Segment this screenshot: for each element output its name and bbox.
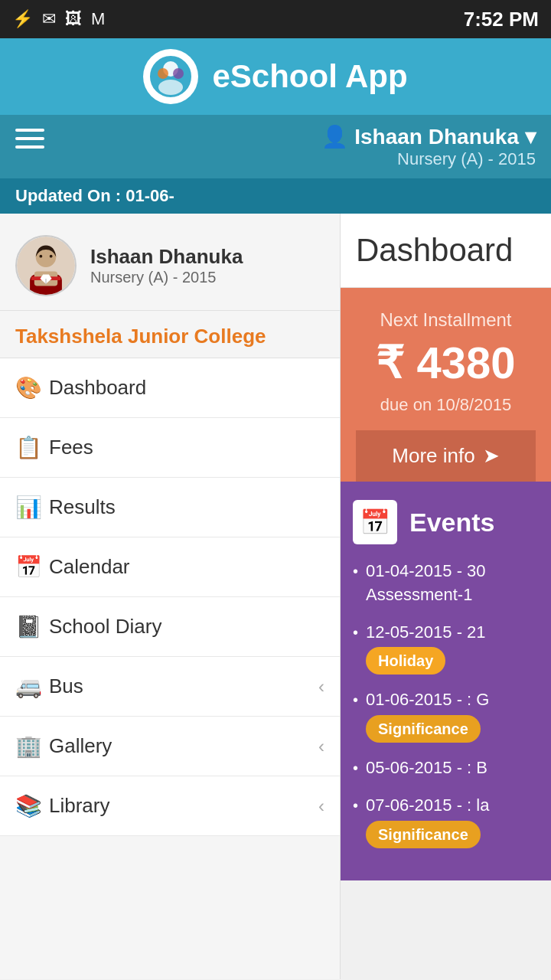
app-title: eSchool App <box>212 58 407 95</box>
fee-label: Next Installment <box>356 309 536 331</box>
usb-icon: ⚡ <box>12 9 33 29</box>
school-name: Takshshela Junior College <box>0 311 340 358</box>
dashboard-title: Dashboard <box>341 214 551 288</box>
updated-bar: Updated On : 01-06- <box>0 178 551 214</box>
results-icon: 📊 <box>15 495 49 520</box>
profile-section: Ishaan Dhanuka Nursery (A) - 2015 <box>0 214 340 311</box>
event-text: 07-06-2015 - : laSignificance <box>366 794 489 848</box>
chevron-icon: ‹ <box>318 736 324 757</box>
calendar-icon: 📅 <box>353 500 397 544</box>
dashboard-label: Dashboard <box>49 376 324 400</box>
app-header: eSchool App <box>0 38 551 115</box>
library-label: Library <box>49 794 318 818</box>
event-item: • 05-06-2015 - : B <box>353 756 539 780</box>
fee-due: due on 10/8/2015 <box>356 395 536 415</box>
status-bar: ⚡ ✉ 🖼 M 7:52 PM <box>0 0 551 38</box>
holiday-badge: Holiday <box>366 647 445 675</box>
event-item: • 01-06-2015 - : GSignificance <box>353 688 539 743</box>
significance-badge: Significance <box>366 715 481 743</box>
user-class-display: Nursery (A) - 2015 <box>321 149 536 169</box>
sidebar: Ishaan Dhanuka Nursery (A) - 2015 Takshs… <box>0 214 341 979</box>
right-panel: Dashboard Next Installment ₹ 4380 due on… <box>341 214 551 979</box>
chevron-icon: ‹ <box>318 795 324 817</box>
sidebar-item-gallery[interactable]: 🏢 Gallery ‹ <box>0 717 340 776</box>
events-title: Events <box>409 508 495 537</box>
profile-class: Nursery (A) - 2015 <box>90 269 243 286</box>
gallery-label: Gallery <box>49 734 318 758</box>
fees-label: Fees <box>49 436 324 459</box>
nav-list: 🎨 Dashboard 📋 Fees 📊 Results 📅 Calendar … <box>0 358 340 836</box>
avatar-svg <box>17 235 75 296</box>
avatar <box>15 235 77 296</box>
library-icon: 📚 <box>15 793 49 818</box>
event-bullet: • <box>353 691 358 709</box>
app-logo <box>143 49 198 104</box>
user-bar: 👤 Ishaan Dhanuka ▾ Nursery (A) - 2015 <box>0 115 551 178</box>
sidebar-item-fees[interactable]: 📋 Fees <box>0 418 340 478</box>
svg-point-4 <box>173 68 184 79</box>
events-list: • 01-04-2015 - 30 Assessment-1 • 12-05-2… <box>353 560 539 848</box>
logo-svg <box>148 54 194 100</box>
calendar-icon: 📅 <box>15 554 49 580</box>
events-card: 📅 Events • 01-04-2015 - 30 Assessment-1 … <box>341 482 551 880</box>
svg-point-12 <box>39 255 42 258</box>
dashboard-icon: 🎨 <box>15 375 49 400</box>
svg-point-3 <box>158 68 168 79</box>
school-diary-icon: 📓 <box>15 614 49 639</box>
arrow-icon: ➤ <box>483 444 500 468</box>
svg-point-2 <box>158 80 183 95</box>
hamburger-menu[interactable] <box>15 124 44 149</box>
event-text: 12-05-2015 - 21Holiday <box>366 621 486 675</box>
more-info-button[interactable]: More info ➤ <box>356 430 536 482</box>
event-item: • 07-06-2015 - : laSignificance <box>353 794 539 848</box>
gmail-icon: M <box>91 9 105 29</box>
user-info: 👤 Ishaan Dhanuka ▾ Nursery (A) - 2015 <box>321 124 536 169</box>
event-text: 01-04-2015 - 30 Assessment-1 <box>366 560 539 607</box>
events-header: 📅 Events <box>353 500 539 544</box>
user-icon: 👤 <box>321 124 348 149</box>
event-item: • 12-05-2015 - 21Holiday <box>353 621 539 675</box>
fees-icon: 📋 <box>15 435 49 460</box>
event-text: 05-06-2015 - : B <box>366 756 487 780</box>
status-icons: ⚡ ✉ 🖼 M <box>12 9 105 29</box>
bus-icon: 🚐 <box>15 674 49 699</box>
gallery-icon: 🏢 <box>15 733 49 759</box>
main-layout: Ishaan Dhanuka Nursery (A) - 2015 Takshs… <box>0 214 551 979</box>
results-label: Results <box>49 495 324 519</box>
sidebar-item-dashboard[interactable]: 🎨 Dashboard <box>0 358 340 418</box>
sidebar-item-bus[interactable]: 🚐 Bus ‹ <box>0 657 340 717</box>
event-item: • 01-04-2015 - 30 Assessment-1 <box>353 560 539 607</box>
image-icon: 🖼 <box>65 9 82 29</box>
sidebar-item-library[interactable]: 📚 Library ‹ <box>0 776 340 836</box>
school-diary-label: School Diary <box>49 615 324 639</box>
fee-amount: ₹ 4380 <box>356 337 536 389</box>
dropdown-icon: ▾ <box>525 124 536 149</box>
status-time: 7:52 PM <box>464 8 539 31</box>
event-bullet: • <box>353 624 358 642</box>
profile-details: Ishaan Dhanuka Nursery (A) - 2015 <box>90 245 243 286</box>
profile-name: Ishaan Dhanuka <box>90 245 243 269</box>
event-bullet: • <box>353 760 358 777</box>
more-info-label: More info <box>392 444 474 468</box>
event-text: 01-06-2015 - : GSignificance <box>366 688 489 743</box>
svg-point-13 <box>50 255 53 258</box>
sidebar-item-calendar[interactable]: 📅 Calendar <box>0 537 340 597</box>
significance-badge: Significance <box>366 821 481 848</box>
sidebar-item-results[interactable]: 📊 Results <box>0 478 340 537</box>
chevron-icon: ‹ <box>318 676 324 697</box>
event-bullet: • <box>353 797 358 815</box>
calendar-label: Calendar <box>49 555 324 579</box>
sidebar-item-school-diary[interactable]: 📓 School Diary <box>0 597 340 657</box>
bus-label: Bus <box>49 675 318 698</box>
event-bullet: • <box>353 563 358 580</box>
email-icon: ✉ <box>42 9 56 29</box>
fee-card: Next Installment ₹ 4380 due on 10/8/2015… <box>341 288 551 482</box>
user-name-display[interactable]: 👤 Ishaan Dhanuka ▾ <box>321 124 536 149</box>
